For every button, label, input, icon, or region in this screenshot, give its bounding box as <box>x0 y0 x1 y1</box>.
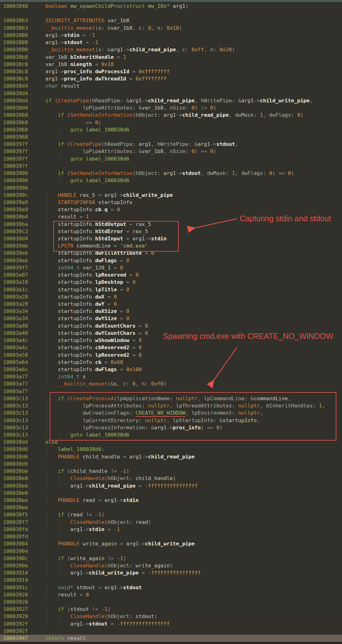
code-line[interactable]: 100038e6 arg1->child_read_pipe = -ffffff… <box>0 482 342 489</box>
code-line[interactable]: 1000392f <box>0 627 342 635</box>
code-line[interactable]: 10003a4c startupInfo.cbReserved2 = 0 <box>0 344 342 351</box>
code-line[interactable]: 10003968 goto label_100038d6 <box>0 126 342 133</box>
code-line[interactable]: 100038c8arg1->proc_info.dwProcessId = 0x… <box>0 68 342 75</box>
code-line[interactable]: 100038d6 <box>0 460 342 468</box>
code-text: __builtin_memset(s: &arg1->child_read_pi… <box>45 46 235 53</box>
code-line[interactable]: 10003920 <box>0 598 342 606</box>
code-line[interactable]: 10003968 == 0) <box>0 119 342 126</box>
code-line[interactable]: 10003a07 startupInfo.lpReserved = 0 <box>0 271 342 279</box>
address-label: 100038d6 <box>3 453 28 460</box>
code-line[interactable]: 100038fd arg1->stdin = -1 <box>0 526 342 533</box>
code-line[interactable]: 1000390e CloseHandle(hObject: write_agai… <box>0 562 342 569</box>
code-line[interactable]: 10003a10 startupInfo.lpDesktop = 0 <box>0 279 342 286</box>
code-text: void* stdout = arg1->stdout <box>45 584 142 591</box>
code-line[interactable]: 100038d6 label_100038d6: <box>0 446 342 453</box>
code-line[interactable]: 10003880arg1->stdin = -1 <box>0 32 342 39</box>
code-line[interactable]: 100039eb startupInfo.dwFlags = 0 <box>0 257 342 264</box>
code-line[interactable]: 100038ee <box>0 504 342 511</box>
address-label: 100038d4 <box>3 90 28 97</box>
code-line[interactable]: 10003927 if (stdout != -1) <box>0 606 342 613</box>
code-line[interactable]: 10003914 <box>0 576 342 584</box>
code-line[interactable]: 100039a9 startupInfo.cb.q = 0 <box>0 206 342 213</box>
code-line[interactable]: 1000391c void* stdout = arg1->stdout <box>0 584 342 591</box>
code-line[interactable]: 100039f7 int64_t var_120_1 = 0 <box>0 264 342 271</box>
code-line[interactable]: 100038d4 <box>0 90 342 97</box>
code-line[interactable]: 100038b8var_1b8.bInheritHandle = 1 <box>0 54 342 61</box>
code-line[interactable]: 100038d4if (CreatePipe(hReadPipe: &arg1-… <box>0 97 342 104</box>
address-label: 10003a28 <box>3 300 28 308</box>
code-line[interactable]: 100038ee PHANDLE read = arg1->stdin <box>0 497 342 504</box>
annotation-box-createprocess <box>50 392 336 441</box>
code-line[interactable]: 100038fd <box>0 533 342 540</box>
code-line[interactable]: 10003863__builtin_memset(s: &var_1b8, c:… <box>0 24 342 32</box>
address-label: 100039f7 <box>3 264 28 271</box>
code-line[interactable]: 10003a40 startupInfo.dwXCountChars = 0 <box>0 322 342 330</box>
code-line[interactable]: 10003863SECURITY_ATTRIBUTES var_1b8 <box>0 17 342 24</box>
code-line[interactable]: 100039a9 STARTUPINFOA startupInfo <box>0 199 342 206</box>
code-text: startupInfo.cb.q = 0 <box>45 206 120 213</box>
address-label: 1000392f <box>3 627 28 635</box>
code-line[interactable]: 10003968 <box>0 133 342 141</box>
code-line[interactable]: 100038de if (child_handle != -1) <box>0 468 342 475</box>
address-label: 1000399c <box>3 192 28 199</box>
code-line[interactable]: 10003890__builtin_memset(s: &arg1->child… <box>0 46 342 53</box>
code-line[interactable]: 10003947return result <box>0 635 342 642</box>
code-line[interactable]: 10003a28 startupInfo.dwX = 0 <box>0 293 342 300</box>
address-label: 10003904 <box>3 548 28 555</box>
code-line[interactable]: 10003914 arg1->child_write_pipe = -fffff… <box>0 569 342 576</box>
code-line[interactable]: 10003968 if (SetHandleInformation(hObjec… <box>0 111 342 119</box>
code-line[interactable]: 100038e6 <box>0 489 342 497</box>
code-line[interactable]: 10003929 CloseHandle(hObject: stdout) <box>0 613 342 620</box>
address-label: 100038d4 <box>3 82 28 89</box>
address-label: 100038f5 <box>3 511 28 518</box>
code-line[interactable]: 10003a34 startupInfo.dwYSize = 0 <box>0 315 342 322</box>
code-line[interactable]: 10003996 <box>0 184 342 192</box>
code-line[interactable]: 10003a1c startupInfo.lpTitle = 0 <box>0 286 342 293</box>
code-line[interactable]: 100038d4char result <box>0 82 342 89</box>
code-line[interactable]: 1000397f <box>0 162 342 170</box>
code-text: lpPipeAttributes: &var_1b8, nSize: 0) !=… <box>45 104 216 111</box>
code-line[interactable]: 10003996 if (SetHandleInformation(hObjec… <box>0 170 342 177</box>
code-line[interactable]: 100038f7 CloseHandle(hObject: read) <box>0 519 342 526</box>
code-text: char result <box>45 82 79 89</box>
code-line[interactable]: 1000399c HANDLE rax_5 = arg1->child_writ… <box>0 192 342 199</box>
code-text: label_100038d6: <box>45 446 105 453</box>
code-line[interactable]: 10003840boolean mw_spawnChildProc(struct… <box>0 3 342 10</box>
code-line[interactable]: 100038d6 PHANDLE child_handle = arg1->ch… <box>0 453 342 460</box>
code-line[interactable]: 100038c8arg1->proc_info.dwThreadId = 0xf… <box>0 75 342 82</box>
code-line[interactable]: 10003a64 startupInfo.cb = 0x68 <box>0 359 342 366</box>
code-line[interactable]: 100038d4 lpPipeAttributes: &var_1b8, nSi… <box>0 104 342 111</box>
address-label: 10003a58 <box>3 351 28 359</box>
code-line[interactable]: 10003904 PHANDLE write_again = arg1->chi… <box>0 540 342 547</box>
code-line[interactable]: 10003a77 __builtin_memset(&s, c: 0, n: 0… <box>0 380 342 387</box>
code-line[interactable]: 1000397f if (CreatePipe(hReadPipe: arg1,… <box>0 141 342 148</box>
code-line[interactable]: 10003a77 int64_t s <box>0 373 342 380</box>
address-label: 1000397f <box>3 141 28 148</box>
code-line[interactable]: 10003a6c startupInfo.dwFlags = 0x100 <box>0 366 342 373</box>
code-line[interactable]: 100038f5 if (read != -1) <box>0 511 342 518</box>
code-line[interactable]: 1000390c if (write_again != -1) <box>0 555 342 562</box>
code-line[interactable]: 10003a58 startupInfo.lpReserved2 = 0 <box>0 351 342 359</box>
code-line[interactable]: 10003888arg1->stdout = -1 <box>0 39 342 46</box>
code-text: STARTUPINFOA startupInfo <box>45 199 132 206</box>
code-text: startupInfo.wShowWindow = 0 <box>45 337 142 344</box>
address-label: 10003a28 <box>3 293 28 300</box>
code-text: boolean mw_spawnChildProc(struct mw_IOs*… <box>45 3 188 10</box>
code-line[interactable]: 1000397f lpPipeAttributes: &var_1b8, nSi… <box>0 148 342 155</box>
code-line[interactable]: 100038e0 CloseHandle(hObject: child_hand… <box>0 475 342 482</box>
code-line[interactable]: 10003904 <box>0 548 342 555</box>
code-line[interactable]: 10003996 goto label_100038d6 <box>0 177 342 184</box>
code-line[interactable]: 1000392f arg1->stdout = -fffffffffffffff… <box>0 620 342 627</box>
address-label: 100038de <box>3 468 28 475</box>
code-listing[interactable]: 10003840boolean mw_spawnChildProc(struct… <box>0 0 342 644</box>
code-line[interactable]: 100038c0var_1b8.nLength = 0x18 <box>0 61 342 68</box>
code-text: if (child_handle != -1) <box>45 468 129 475</box>
address-label: 100038d6 <box>3 460 28 468</box>
code-line[interactable]: 10003a28 startupInfo.dwY = 0 <box>0 300 342 308</box>
code-line[interactable]: 10003a34 startupInfo.dwXSize = 0 <box>0 308 342 315</box>
code-line[interactable]: 10003920 result = 0 <box>0 591 342 598</box>
code-line[interactable] <box>0 10 342 17</box>
code-text: startupInfo.dwYCountChars = 0 <box>45 330 148 337</box>
code-line[interactable]: 1000397f goto label_100038d6 <box>0 155 342 162</box>
code-text: return result <box>45 635 86 642</box>
